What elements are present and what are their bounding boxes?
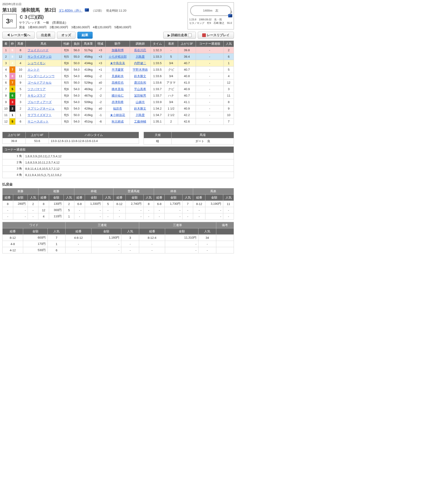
results-header-cell: 着 [2, 41, 10, 47]
payout-combo: 8 [2, 201, 13, 207]
payout-sub: 人気 [48, 228, 65, 235]
jockey-link[interactable]: 半澤慶実 [112, 68, 124, 71]
trainer-link[interactable]: 川島豊 [136, 55, 145, 58]
jockey-link[interactable]: ★中島良美 [110, 61, 125, 65]
track-record-horse: セタノキング 牡9 石崎 隆之 55.0 [189, 21, 232, 25]
results-row: 5811ワンダーニメンソウ牝554.0486kg-2見越彬央鈴木勝文1:33.6… [2, 73, 234, 79]
cell-bw: 458kg [82, 54, 95, 60]
results-row: 755ツクバマリア牝654.0463kg-7橋本直哉平山真希1:33.7クビ40… [2, 86, 234, 92]
payout-cat: 枠複 [74, 188, 113, 195]
horse-link[interactable]: ワンダーニメンソウ [28, 74, 55, 78]
jockey-link[interactable]: 赤津和希 [112, 100, 124, 104]
jockey-link[interactable]: 見越彬央 [112, 74, 124, 78]
cell-f3: 40.7 [178, 92, 196, 99]
corner-label: ３角 [2, 166, 23, 172]
results-header-cell: タイム [151, 41, 164, 47]
payout-sub: 組番 [139, 228, 165, 235]
horse-link[interactable]: キモンズラブ [28, 94, 46, 97]
jockey-link[interactable]: ☆七夕裕次郎 [109, 55, 127, 58]
cell-num: 5 [15, 86, 26, 92]
chevron-right-icon[interactable]: ❯ [230, 10, 233, 14]
payout-pop: 8 [143, 201, 154, 207]
jockey-link[interactable]: 國分祐仁 [112, 94, 124, 97]
payout-note [216, 247, 234, 253]
cell-corner: - [196, 112, 223, 118]
horse-link[interactable]: サニースポット [28, 120, 49, 123]
jockey-link[interactable]: 秋元耕成 [112, 120, 124, 123]
trainer-link[interactable]: 宇野木博徳 [133, 68, 148, 71]
horse-link[interactable]: サプライズギフト [28, 113, 52, 117]
cell-horse: ブルーティアーズ [26, 99, 61, 105]
trainer-link[interactable]: 鈴木勝文 [134, 107, 146, 110]
payout-sub: 金額 [49, 195, 64, 201]
detail-entries-button[interactable]: ▶ 詳細出走表 [163, 32, 196, 39]
cell-margin: 3/4 [164, 60, 178, 67]
cell-sex: 牡5 [61, 79, 71, 86]
payout-pop: - [143, 213, 154, 220]
race-replay-button[interactable]: レースリプレイ [198, 32, 234, 39]
cell-trainer: 工藤伸輔 [130, 118, 151, 125]
trainer-link[interactable]: 川島豊 [136, 113, 145, 117]
cell-jockey: 半澤慶実 [105, 67, 130, 73]
payout-pop: - [198, 247, 216, 253]
jockey-link[interactable]: 加藤和博 [112, 48, 124, 52]
payout-amount: 1,730円 [165, 201, 182, 207]
cell-time: 1:33.5 [151, 67, 164, 73]
race-class: Ｃ３(三)(四) [19, 14, 185, 20]
horse-link[interactable]: ブルーティアーズ [28, 100, 52, 104]
trainer-link[interactable]: 鹿沼良和 [134, 81, 146, 84]
results-button[interactable]: 結果 [77, 32, 93, 39]
horse-link[interactable]: ショウイモン [28, 61, 46, 65]
trainer-link[interactable]: 山越光 [136, 100, 145, 104]
payout-pop: - [198, 241, 216, 247]
horse-link[interactable]: サンライズテソロ [28, 55, 52, 58]
cell-corner: - [196, 92, 223, 99]
cell-rank: 2 [2, 54, 10, 60]
cell-margin: アタマ [164, 79, 178, 86]
payout-sub: 人気 [28, 195, 39, 201]
trainer-link[interactable]: 平山真希 [134, 87, 146, 91]
cell-time: 1:33.5 [151, 60, 164, 67]
payout-pop: - [223, 207, 234, 213]
entries-button[interactable]: 出走表 [37, 32, 55, 39]
cell-f3: 39.4 [178, 54, 196, 60]
cell-f3: 40.9 [178, 86, 196, 92]
trainer-link[interactable]: 鈴木勝文 [134, 74, 146, 78]
trainer-link[interactable]: 冨田敏男 [134, 94, 146, 97]
odds-button[interactable]: オッズ [57, 32, 75, 39]
horse-link[interactable]: フェイドハード [28, 48, 49, 52]
cell-waku: 7 [10, 79, 15, 86]
trainer-link[interactable]: 内野健二 [134, 61, 146, 65]
payout-amount: - [125, 207, 143, 213]
payout-amount: - [85, 213, 103, 220]
race-date: 2023年1月11日 [2, 2, 185, 6]
horse-link[interactable]: ゴールドアクセル [28, 81, 52, 84]
cell-pop: 1 [224, 60, 234, 67]
jockey-link[interactable]: 橋本直哉 [112, 87, 124, 91]
results-header-cell: 上がり3F [178, 41, 196, 47]
payout-sub: 人気 [143, 195, 154, 201]
payout-sub: 組番 [2, 228, 23, 235]
course-link[interactable]: ダ1,400m（外） [59, 9, 82, 13]
corner-order: 8,9,11,4,1,6,10,5,3,7,2,12 [23, 166, 234, 172]
jockey-link[interactable]: 高橋哲也 [112, 81, 124, 84]
payout-sub: 人気 [198, 228, 216, 235]
payout-cat: 複勝 [39, 188, 74, 195]
trainer-link[interactable]: 長谷川忍 [134, 48, 146, 52]
payout-pop: 2 [64, 201, 74, 207]
results-row: 1256サニースポット牝554.0451kg-6秋元耕成工藤伸輔1:35.124… [2, 118, 234, 125]
cell-corner: - [196, 54, 223, 60]
payout-combo: 6-8 [74, 201, 85, 207]
trainer-link[interactable]: 工藤伸輔 [134, 120, 146, 123]
cell-diff: -2 [96, 99, 106, 105]
horse-link[interactable]: ツクバマリア [28, 87, 46, 91]
back-button[interactable]: ◀ レース一覧へ [2, 32, 35, 39]
payout-sub: 金額 [13, 195, 28, 201]
payout-combo: - [193, 207, 205, 213]
horse-link[interactable]: スプリングネージュ [28, 107, 55, 110]
cell-horse: ワンダーニメンソウ [26, 73, 61, 79]
jockey-link[interactable]: 福原杏 [113, 107, 122, 110]
course-icon [228, 14, 232, 17]
jockey-link[interactable]: ★小林捺花 [110, 113, 125, 117]
horse-link[interactable]: カントナ [28, 68, 40, 71]
